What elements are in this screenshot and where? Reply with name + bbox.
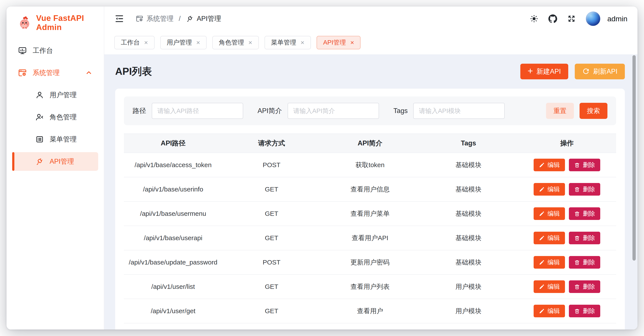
filter-summary: API简介: [258, 103, 379, 119]
page-content: API列表 + 新建API 刷新API: [104, 54, 638, 330]
breadcrumb-separator: /: [178, 15, 182, 23]
table-row: /api/v1/base/usermenu GET 查看用户菜单 基础模块 编辑: [124, 202, 616, 226]
chevron-up-icon: [85, 69, 92, 76]
summary-cell: 获取token: [321, 161, 419, 169]
pencil-icon: [539, 308, 545, 314]
close-icon[interactable]: ×: [196, 39, 200, 46]
tab-role-management[interactable]: 角色管理 ×: [212, 36, 259, 49]
actions-cell: 编辑 删除: [518, 256, 616, 269]
main-area: 系统管理 / API管理: [104, 6, 638, 330]
delete-button[interactable]: 删除: [569, 232, 600, 244]
edit-button[interactable]: 编辑: [534, 280, 565, 293]
delete-button[interactable]: 删除: [569, 183, 600, 196]
tags-input[interactable]: [413, 103, 505, 119]
github-icon[interactable]: [548, 14, 557, 23]
delete-button[interactable]: 删除: [569, 207, 600, 220]
tab-label: 菜单管理: [271, 38, 296, 47]
username[interactable]: admin: [607, 14, 628, 23]
edit-button[interactable]: 编辑: [534, 256, 565, 269]
column-header: API简介: [321, 139, 419, 148]
sidebar-item-workbench[interactable]: 工作台: [12, 41, 98, 60]
path-input[interactable]: [152, 103, 243, 119]
reset-button[interactable]: 重置: [546, 103, 574, 119]
api-path-cell: /api/v1/base/access_token: [124, 161, 222, 169]
summary-input[interactable]: [288, 103, 379, 119]
sidebar-collapse-icon[interactable]: [114, 14, 124, 24]
api-plug-icon: [35, 157, 44, 166]
query-bar: 路径 API简介 Tags 重置 搜索: [124, 97, 616, 125]
sidebar-item-user-management[interactable]: 用户管理: [12, 86, 98, 104]
summary-cell: 查看用户列表: [321, 282, 419, 291]
refresh-api-button[interactable]: 刷新API: [575, 64, 625, 79]
edit-button[interactable]: 编辑: [534, 232, 565, 244]
delete-button[interactable]: 删除: [569, 159, 600, 171]
pencil-icon: [539, 211, 545, 217]
table-row: /api/v1/base/update_password POST 更新用户密码…: [124, 250, 616, 275]
app-logo[interactable]: Vue FastAPI Admin: [6, 6, 104, 39]
pencil-icon: [539, 186, 545, 192]
tab-user-management[interactable]: 用户管理 ×: [160, 36, 207, 49]
trash-icon: [574, 308, 580, 314]
search-button[interactable]: 搜索: [580, 103, 608, 119]
summary-cell: 更新用户密码: [321, 258, 419, 267]
table-row: /api/v1/user/get GET 查看用户 用户模块 编辑: [124, 299, 616, 324]
api-list-card: 路径 API简介 Tags 重置 搜索: [115, 89, 625, 330]
tags-cell: 基础模块: [419, 161, 518, 169]
table-row: /api/v1/user/list GET 查看用户列表 用户模块 编辑: [124, 275, 616, 299]
page-actions: + 新建API 刷新API: [520, 64, 625, 79]
tags-cell: 用户模块: [419, 307, 518, 316]
edit-button[interactable]: 编辑: [534, 207, 565, 220]
table-row: /api/v1/base/access_token POST 获取token 基…: [124, 153, 616, 177]
sidebar-item-role-management[interactable]: 角色管理: [12, 108, 98, 127]
tab-api-management[interactable]: API管理 ×: [316, 36, 360, 49]
close-icon[interactable]: ×: [248, 39, 252, 46]
method-cell: GET: [222, 307, 321, 315]
page-title: API列表: [115, 65, 152, 78]
tab-label: 用户管理: [167, 38, 192, 47]
close-icon[interactable]: ×: [144, 39, 148, 46]
sidebar-item-system[interactable]: 系统管理: [12, 63, 98, 82]
close-icon[interactable]: ×: [301, 39, 304, 46]
tab-label: 角色管理: [219, 38, 244, 47]
breadcrumb-system[interactable]: 系统管理: [136, 14, 174, 23]
api-path-cell: /api/v1/base/userapi: [124, 234, 222, 242]
new-api-button[interactable]: + 新建API: [520, 64, 568, 79]
delete-button[interactable]: 删除: [569, 256, 600, 269]
delete-button[interactable]: 删除: [569, 305, 600, 317]
delete-button[interactable]: 删除: [569, 280, 600, 293]
content-header: API列表 + 新建API 刷新API: [115, 54, 625, 89]
sidebar-item-api-management[interactable]: API管理: [12, 152, 98, 171]
user-avatar[interactable]: [586, 11, 600, 26]
breadcrumb-current[interactable]: API管理: [186, 14, 221, 23]
api-path-cell: /api/v1/user/get: [124, 307, 222, 315]
sidebar-item-label: 用户管理: [50, 90, 77, 100]
breadcrumb-parent-label: 系统管理: [146, 14, 174, 23]
app-title: Vue FastAPI Admin: [36, 14, 104, 32]
api-path-cell: /api/v1/base/userinfo: [124, 186, 222, 193]
tags-label: Tags: [394, 107, 408, 115]
summary-cell: 查看用户菜单: [321, 209, 419, 218]
tab-workbench[interactable]: 工作台 ×: [114, 36, 154, 49]
sidebar: Vue FastAPI Admin 工作台: [6, 6, 104, 330]
vertical-scrollbar[interactable]: [632, 55, 636, 261]
pencil-icon: [539, 284, 545, 290]
edit-button[interactable]: 编辑: [534, 159, 565, 171]
tab-label: API管理: [323, 38, 346, 47]
theme-sun-icon[interactable]: [530, 14, 538, 23]
tab-menu-management[interactable]: 菜单管理 ×: [264, 36, 311, 49]
api-path-cell: /api/v1/base/update_password: [124, 259, 222, 266]
edit-button[interactable]: 编辑: [534, 183, 565, 196]
summary-cell: 查看用户信息: [321, 185, 419, 194]
menu-list-icon: [35, 135, 44, 144]
system-browser-gear-icon: [18, 68, 27, 77]
system-browser-gear-icon: [136, 15, 144, 23]
close-icon[interactable]: ×: [350, 39, 354, 46]
tags-cell: 基础模块: [419, 185, 518, 194]
edit-button[interactable]: 编辑: [534, 305, 565, 317]
role-user-icon: [35, 113, 44, 122]
fullscreen-icon[interactable]: [567, 14, 576, 23]
table-row: /api/v1/base/userinfo GET 查看用户信息 基础模块 编辑: [124, 177, 616, 202]
method-cell: GET: [222, 186, 321, 193]
sidebar-item-menu-management[interactable]: 菜单管理: [12, 130, 98, 149]
column-header: 操作: [518, 139, 616, 148]
